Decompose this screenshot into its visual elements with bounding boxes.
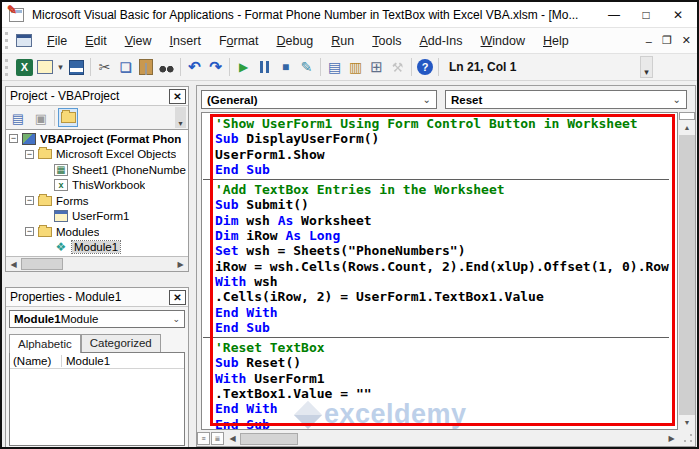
code-line[interactable]: Set wsh = Sheets("PhoneNumbers") <box>215 243 673 258</box>
tab-categorized[interactable]: Categorized <box>81 334 161 352</box>
tab-alphabetic[interactable]: Alphabetic <box>9 334 81 353</box>
module-window-icon[interactable] <box>16 34 32 47</box>
code-line[interactable]: 'Reset TextBox <box>215 340 673 355</box>
scrollbar-thumb[interactable] <box>21 258 63 270</box>
code-line[interactable]: With wsh <box>215 274 673 289</box>
scrollbar-track[interactable] <box>679 135 695 415</box>
project-explorer-icon[interactable] <box>324 57 345 78</box>
undo-icon[interactable] <box>184 57 205 78</box>
menu-addins[interactable]: Add-Ins <box>410 30 471 52</box>
code-line[interactable]: End Sub <box>215 162 673 177</box>
object-selector-dropdown[interactable]: Module1 Module ⌄ <box>9 310 185 328</box>
help-icon[interactable] <box>417 59 433 75</box>
redo-icon[interactable] <box>205 57 226 78</box>
code-line[interactable]: iRow = wsh.Cells(Rows.Count, 2).End(xlUp… <box>215 259 673 274</box>
procedure-view-icon[interactable]: ≡ <box>197 432 210 445</box>
excel-icon[interactable] <box>16 59 33 76</box>
object-dropdown[interactable]: (General) ⌄ <box>201 90 437 109</box>
tree-item-module1[interactable]: Module1 <box>6 240 188 256</box>
design-mode-icon[interactable] <box>296 57 317 78</box>
view-object-icon[interactable] <box>31 108 51 127</box>
tree-item-thisworkbook[interactable]: ThisWorkbook <box>6 178 188 194</box>
save-icon[interactable] <box>69 60 84 75</box>
code-line[interactable]: End With <box>215 305 673 320</box>
close-button[interactable]: ✕ <box>663 5 693 25</box>
resize-grip[interactable] <box>682 433 693 444</box>
paste-icon[interactable] <box>139 59 153 75</box>
minimize-button[interactable]: — <box>599 5 629 25</box>
property-row[interactable]: (Name)Module1 <box>10 353 184 369</box>
menu-tools[interactable]: Tools <box>363 30 410 52</box>
scroll-right-icon[interactable]: ▶ <box>173 257 188 271</box>
scrollbar-thumb[interactable] <box>240 433 298 445</box>
collapse-expander-icon[interactable] <box>25 196 34 205</box>
code-line[interactable]: 'Show UserForm1 Using Form Control Butto… <box>215 116 673 131</box>
tree-item-sheet1-phonenumbe[interactable]: Sheet1 (PhoneNumbe <box>6 162 188 178</box>
menu-file[interactable]: File <box>38 30 76 52</box>
insert-userform-icon[interactable] <box>37 60 53 74</box>
full-module-view-icon[interactable]: ≣ <box>211 432 224 445</box>
code-horizontal-scrollbar[interactable]: ≡ ≣ ◀ ▶ <box>197 431 679 446</box>
tree-item-forms[interactable]: Forms <box>6 193 188 209</box>
project-close-icon[interactable]: ✕ <box>169 89 186 104</box>
code-line[interactable]: With UserForm1 <box>215 371 673 386</box>
procedure-dropdown[interactable]: Reset ⌄ <box>445 90 687 109</box>
code-line[interactable]: End Sub <box>215 417 673 430</box>
code-editor[interactable]: exceldemy EXCEL · DATA · BI 'Show UserFo… <box>201 112 678 430</box>
tree-item-microsoft-excel-objects[interactable]: Microsoft Excel Objects <box>6 147 188 163</box>
code-line[interactable]: .TextBox1.Value = "" <box>215 386 673 401</box>
run-icon[interactable] <box>233 57 254 78</box>
toolbar-options-chevron-icon[interactable] <box>640 56 653 78</box>
menubar-grip-handle[interactable] <box>5 32 10 49</box>
project-horizontal-scrollbar[interactable]: ◀ ▶ <box>6 256 188 271</box>
properties-close-icon[interactable]: ✕ <box>169 290 186 305</box>
cut-icon[interactable] <box>94 57 115 78</box>
scroll-right-icon[interactable]: ▶ <box>664 432 679 446</box>
property-value[interactable]: Module1 <box>62 355 184 367</box>
collapse-expander-icon[interactable] <box>25 227 34 236</box>
code-line[interactable]: End With <box>215 401 673 416</box>
tree-item-userform1[interactable]: UserForm1 <box>6 209 188 225</box>
collapse-expander-icon[interactable] <box>25 150 34 159</box>
scroll-left-icon[interactable]: ◀ <box>225 432 240 446</box>
splitter-handle[interactable] <box>679 112 695 120</box>
collapse-expander-icon[interactable] <box>9 134 18 143</box>
tree-item-vbaproject-format-phon[interactable]: VBAProject (Format Phon <box>6 131 188 147</box>
menu-edit[interactable]: Edit <box>76 30 116 52</box>
object-browser-icon[interactable] <box>366 57 387 78</box>
copy-icon[interactable] <box>115 57 136 78</box>
view-code-icon[interactable] <box>8 108 28 127</box>
menu-debug[interactable]: Debug <box>267 30 322 52</box>
break-icon[interactable] <box>254 57 275 78</box>
menu-run[interactable]: Run <box>322 30 363 52</box>
menu-format[interactable]: Format <box>210 30 268 52</box>
toolbar-grip-handle[interactable] <box>5 59 10 76</box>
code-line[interactable]: 'Add TextBox Entries in the Worksheet <box>215 182 673 197</box>
menu-help[interactable]: Help <box>534 30 578 52</box>
code-line[interactable]: Sub Submit() <box>215 197 673 212</box>
code-line[interactable]: Dim wsh As Worksheet <box>215 213 673 228</box>
code-line[interactable]: UserForm1.Show <box>215 147 673 162</box>
scroll-left-icon[interactable]: ◀ <box>6 257 21 271</box>
mdi-restore-button[interactable]: ❐ <box>662 34 672 47</box>
code-line[interactable]: Sub DisplayUserForm() <box>215 131 673 146</box>
code-line[interactable]: Dim iRow As Long <box>215 228 673 243</box>
code-line[interactable]: End Sub <box>215 320 673 335</box>
code-line[interactable]: Sub Reset() <box>215 355 673 370</box>
mdi-minimize-button[interactable]: – <box>646 35 652 47</box>
code-line[interactable]: .Cells(iRow, 2) = UserForm1.TextBox1.Val… <box>215 289 673 304</box>
code-vertical-scrollbar[interactable]: ▲ ▼ <box>679 112 695 430</box>
toggle-folders-icon[interactable] <box>58 108 78 127</box>
scroll-down-icon[interactable]: ▼ <box>679 415 695 430</box>
tree-item-modules[interactable]: Modules <box>6 224 188 240</box>
reset-icon[interactable] <box>275 57 296 78</box>
insert-dropdown-chevron-icon[interactable] <box>55 57 66 78</box>
maximize-button[interactable]: □ <box>631 5 661 25</box>
scroll-up-icon[interactable]: ▲ <box>679 120 695 135</box>
menu-window[interactable]: Window <box>472 30 534 52</box>
properties-window-icon[interactable] <box>345 57 366 78</box>
menu-insert[interactable]: Insert <box>161 30 210 52</box>
mdi-close-button[interactable]: ✕ <box>682 34 691 47</box>
project-toolbar-chevron-icon[interactable] <box>175 107 186 128</box>
menu-view[interactable]: View <box>116 30 161 52</box>
